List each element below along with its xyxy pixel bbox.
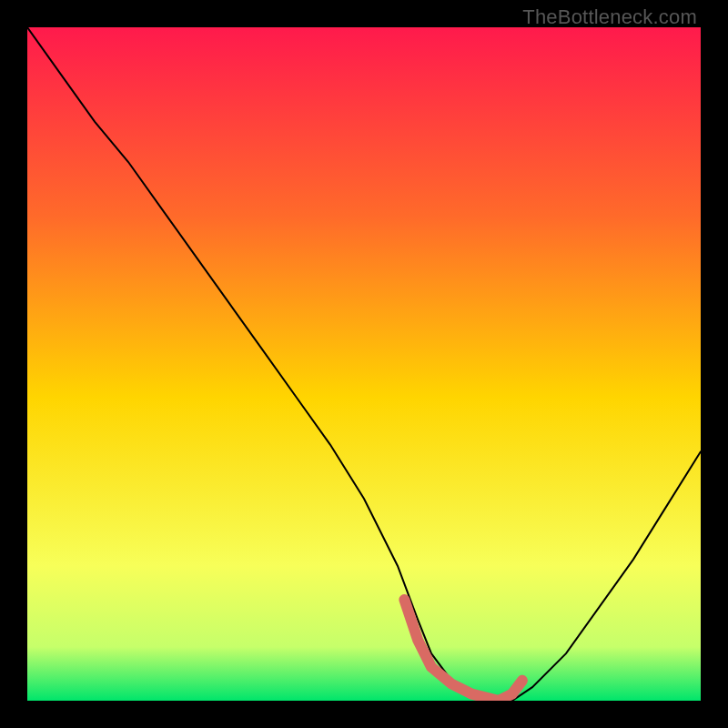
chart-background-gradient xyxy=(27,27,701,701)
bottleneck-chart xyxy=(27,27,701,701)
chart-frame xyxy=(27,27,701,701)
watermark-text: TheBottleneck.com xyxy=(522,5,697,29)
